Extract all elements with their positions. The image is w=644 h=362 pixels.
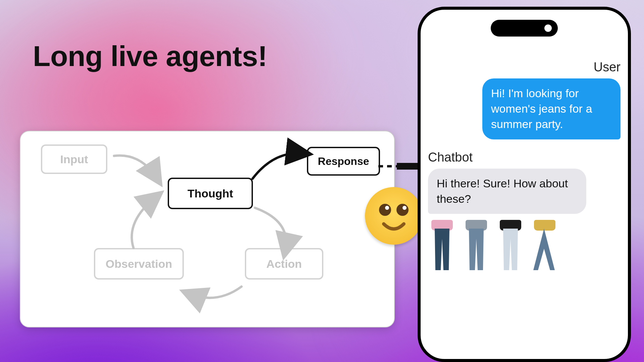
svg-point-4 <box>402 206 407 210</box>
node-response: Response <box>307 147 380 176</box>
arrow-input-to-thought <box>111 149 164 189</box>
message-bubble-bot: Hi there! Sure! How about these? <box>428 169 586 214</box>
node-thought: Thought <box>168 178 253 209</box>
product-thumbnail <box>462 220 490 270</box>
slide-title: Long live agents! <box>33 40 267 73</box>
arrow-observation-to-thought <box>120 191 170 255</box>
node-label: Response <box>318 155 369 168</box>
jeans-icon <box>428 229 456 270</box>
node-input: Input <box>41 144 107 174</box>
sender-label-user: User <box>594 60 621 74</box>
svg-point-2 <box>396 204 409 216</box>
svg-point-1 <box>379 204 391 216</box>
arrow-thought-to-action <box>248 201 299 258</box>
node-label: Input <box>60 153 88 166</box>
arrow-action-to-observation <box>183 278 247 308</box>
product-thumbnail <box>531 220 559 270</box>
svg-point-3 <box>385 206 389 210</box>
jeans-icon <box>496 229 525 270</box>
message-bubble-user: Hi! I'm looking for women's jeans for a … <box>482 78 621 139</box>
sender-label-bot: Chatbot <box>428 150 473 165</box>
node-label: Observation <box>106 257 172 270</box>
phone-notch <box>491 20 558 37</box>
chat-thread: User Hi! I'm looking for women's jeans f… <box>428 60 621 346</box>
product-thumbnail <box>428 220 456 270</box>
jeans-icon <box>531 229 559 270</box>
product-suggestions <box>428 220 559 270</box>
arrow-thought-to-response <box>248 147 311 184</box>
product-thumbnail <box>496 220 525 270</box>
node-label: Thought <box>187 187 233 200</box>
phone-mockup: User Hi! I'm looking for women's jeans f… <box>418 7 631 362</box>
jeans-icon <box>462 229 490 270</box>
smiley-face-icon <box>365 187 423 245</box>
node-label: Action <box>266 257 302 270</box>
